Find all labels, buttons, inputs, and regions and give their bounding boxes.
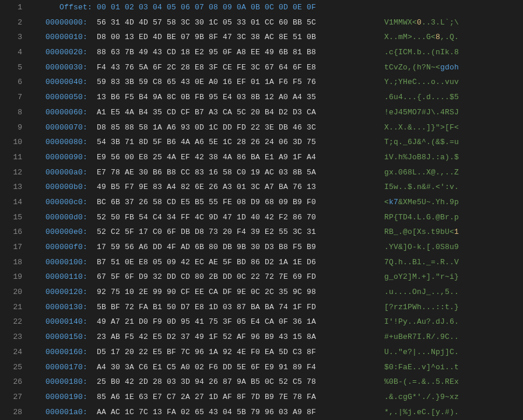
- hex-cell: 25 B0 42 2D 28 03 3D 94 26 87 9A B5 0C 5…: [93, 374, 368, 390]
- line-number: 10: [0, 135, 22, 150]
- ascii-cell: .6u4...{.d....$5: [368, 90, 459, 105]
- line-number: 8: [0, 105, 22, 120]
- ascii-cell: U.."e?|...Npj]C.: [368, 345, 459, 360]
- hex-cell: 49 A7 21 D0 F9 0D 95 41 75 3F 05 E4 CA 0…: [93, 314, 368, 330]
- line-number: 19: [0, 270, 22, 285]
- offset-cell: 00000050:: [45, 90, 93, 105]
- hex-cell: 49 B5 F7 9E 83 A4 82 6E 26 A3 01 3C A7 B…: [93, 180, 368, 195]
- hex-cell: 13 B6 F5 B4 9A 8C 0B FB 95 E4 03 8B 12 A…: [93, 90, 368, 105]
- offset-cell: 000001a0:: [45, 405, 93, 420]
- offset-cell: 00000160:: [45, 345, 93, 360]
- ascii-cell: !eJ45MO7#J\.4RSJ: [368, 105, 459, 120]
- hex-cell: 56 31 4D 4D 57 58 3C 30 1C 05 33 01 CC 6…: [93, 15, 368, 30]
- ascii-cell: iV.h%JoB8J.:a).$: [368, 150, 459, 165]
- hex-cell: D8 00 13 ED 4D BE 07 9B 8F 47 3C 38 AC 8…: [93, 30, 368, 45]
- ascii-cell: Y.;YHeC...o..vuv: [368, 75, 459, 90]
- offset-cell: 000000e0:: [45, 225, 93, 240]
- line-number: 14: [0, 195, 22, 210]
- hex-row: 00000060:A1 E5 4A B4 35 CD CF B7 A3 CA 5…: [45, 105, 523, 120]
- hex-row: 00000040:59 83 3B 59 C8 65 43 0E A0 16 E…: [45, 75, 523, 90]
- ascii-cell: g_oY2]M.+]."r~i}: [368, 270, 459, 285]
- line-number: 15: [0, 210, 22, 225]
- hex-row: 000000e0:52 C2 5F 17 C0 6F DB D8 73 20 F…: [45, 225, 523, 240]
- hex-cell: 59 83 3B 59 C8 65 43 0E A0 16 EF 01 1A F…: [93, 75, 368, 90]
- offset-cell: 00000010:: [45, 30, 93, 45]
- line-number: 2: [0, 15, 22, 30]
- offset-cell: 00000090:: [45, 150, 93, 165]
- hex-cell: B7 51 0E E8 05 09 42 EC AE 5F BD 86 D2 1…: [93, 255, 368, 270]
- line-number: 27: [0, 390, 22, 405]
- hex-row: 00000100:B7 51 0E E8 05 09 42 EC AE 5F B…: [45, 255, 523, 270]
- hex-row: 00000000:56 31 4D 4D 57 58 3C 30 1C 05 3…: [45, 15, 523, 30]
- hex-row: 00000120:92 75 10 2E 99 90 CF EE CA DF 9…: [45, 285, 523, 300]
- hex-row: 00000010:D8 00 13 ED 4D BE 07 9B 8F 47 3…: [45, 30, 523, 45]
- hex-code-area[interactable]: Offset:00 01 02 03 04 05 06 07 08 09 0A …: [33, 0, 523, 420]
- offset-cell: 00000080:: [45, 135, 93, 150]
- ascii-cell: #+uBeR7I.R/.9C..: [368, 330, 459, 345]
- line-number: 24: [0, 345, 22, 360]
- line-number: 7: [0, 90, 22, 105]
- hex-cell: E7 78 AE 30 B6 B8 CC 83 16 58 C0 19 AC 0…: [93, 165, 368, 180]
- hex-row: 00000160:D5 17 20 22 E5 BF 7C 96 1A 92 4…: [45, 345, 523, 360]
- hex-cell: D5 17 20 22 E5 BF 7C 96 1A 92 4E F0 EA 5…: [93, 345, 368, 360]
- line-number: 11: [0, 150, 22, 165]
- ascii-cell: .u....OnJ_..,5..: [368, 285, 459, 300]
- hex-editor: 1234567891011121314151617181920212223242…: [0, 0, 523, 420]
- line-number: 13: [0, 180, 22, 195]
- offset-cell: 00000140:: [45, 314, 93, 330]
- offset-cell: 00000180:: [45, 374, 93, 390]
- hex-header-row: Offset:00 01 02 03 04 05 06 07 08 09 0A …: [45, 0, 523, 15]
- line-number: 26: [0, 374, 22, 390]
- ascii-cell: .YV&]O-k.[.0S8u9: [368, 240, 459, 255]
- hex-row: 00000130:5B BF 72 FA B1 50 D7 E8 1D 03 8…: [45, 300, 523, 315]
- line-number: 28: [0, 405, 22, 420]
- hex-cell: 52 50 FB 54 C4 34 FF 4C 9D 47 1D 40 42 F…: [93, 210, 368, 225]
- hex-cell: 88 63 7B 49 43 CD 18 E2 95 0F A8 EE 49 6…: [93, 45, 368, 60]
- ascii-cell: [?rz1PWh...::t.}: [368, 300, 459, 315]
- offset-cell: 000000d0:: [45, 210, 93, 225]
- offset-cell: 00000100:: [45, 255, 93, 270]
- hex-row: 000000d0:52 50 FB 54 C4 34 FF 4C 9D 47 1…: [45, 210, 523, 225]
- hex-cell: 92 75 10 2E 99 90 CF EE CA DF 9E 0C 2C 3…: [93, 285, 368, 300]
- hex-cell: 23 AB F5 42 E5 D2 37 49 1F 52 AF 96 B9 4…: [93, 330, 368, 345]
- offset-cell: 00000170:: [45, 360, 93, 375]
- line-number: 4: [0, 45, 22, 60]
- offset-cell: 00000070:: [45, 120, 93, 135]
- line-number: 20: [0, 285, 22, 300]
- line-number: 12: [0, 165, 22, 180]
- ascii-cell: T;q._6J&^.(&$.=u: [368, 135, 459, 150]
- line-number: 5: [0, 60, 22, 75]
- ascii-cell: X..X.&...]}">[F<: [368, 120, 459, 135]
- hex-cell: 5B BF 72 FA B1 50 D7 E8 1D 03 87 BA BA 7…: [93, 300, 368, 315]
- hex-row: 00000190:85 A6 1E 63 E7 C7 2A 27 1D AF 8…: [45, 390, 523, 405]
- hex-cell: AA AC 1C 7C 13 FA 02 65 43 04 5B 79 96 0…: [93, 405, 368, 420]
- offset-cell: 00000040:: [45, 75, 93, 90]
- offset-cell: 00000130:: [45, 300, 93, 315]
- ascii-cell: .&.cgG*'./.}9~xz: [368, 390, 459, 405]
- offset-cell: 00000030:: [45, 60, 93, 75]
- hex-row: 000001a0:AA AC 1C 7C 13 FA 02 65 43 04 5…: [45, 405, 523, 420]
- line-number: 3: [0, 30, 22, 45]
- hex-cell: 85 A6 1E 63 E7 C7 2A 27 1D AF 8F 7D B9 7…: [93, 390, 368, 405]
- hex-cell: BC 6B 37 26 58 CD E5 B5 55 FE 08 D9 68 0…: [93, 195, 368, 210]
- hex-row: 00000070:D8 85 88 58 1A A6 93 0D 1C DD F…: [45, 120, 523, 135]
- hex-row: 00000180:25 B0 42 2D 28 03 3D 94 26 87 9…: [45, 374, 523, 390]
- hex-cell: A4 30 3A C6 E1 C5 A0 02 F6 DD 5E 6F E9 9…: [93, 360, 368, 375]
- line-number-gutter: 1234567891011121314151617181920212223242…: [0, 0, 33, 420]
- ascii-cell: %0B-(.=.&..5.REx: [368, 374, 459, 390]
- hex-row: 000000f0:17 59 56 A6 DD 4F AD 6B 80 DB 9…: [45, 240, 523, 255]
- line-number: 1: [0, 0, 22, 15]
- line-number: 21: [0, 300, 22, 315]
- hex-row: 000000a0:E7 78 AE 30 B6 B8 CC 83 16 58 C…: [45, 165, 523, 180]
- hex-row: 000000c0:BC 6B 37 26 58 CD E5 B5 55 FE 0…: [45, 195, 523, 210]
- offset-cell: 00000060:: [45, 105, 93, 120]
- hex-row: 00000050:13 B6 F5 B4 9A 8C 0B FB 95 E4 0…: [45, 90, 523, 105]
- columns-header: 00 01 02 03 04 05 06 07 08 09 0A 0B 0C 0…: [93, 0, 368, 15]
- offset-cell: 000000b0:: [45, 180, 93, 195]
- hex-row: 00000030:F4 43 76 5A 6F 2C 28 E8 3F CE F…: [45, 60, 523, 75]
- hex-row: 00000110:67 5F 6F D9 32 DD CD 80 2B DD 0…: [45, 270, 523, 285]
- line-number: 6: [0, 75, 22, 90]
- ascii-cell: gx.068L..X@.,..Z: [368, 165, 459, 180]
- hex-row: 00000080:54 3B 71 8D 5F B6 4A A6 5E 1C 2…: [45, 135, 523, 150]
- ascii-cell: <k7&XMe5U~.Yh.9p: [368, 195, 459, 210]
